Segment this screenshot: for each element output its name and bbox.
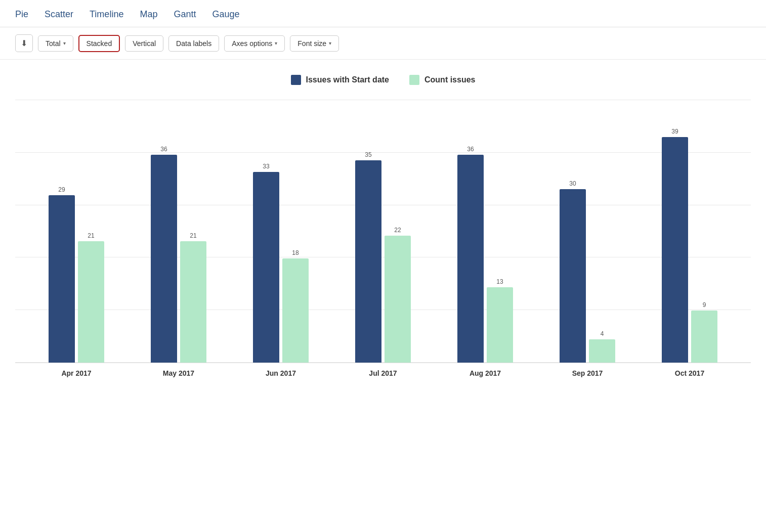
bar-value-green: 21 bbox=[88, 232, 94, 239]
legend-label-series1: Issues with Start date bbox=[306, 75, 390, 84]
legend-swatch-series2 bbox=[409, 75, 419, 85]
bar-value-green: 22 bbox=[394, 227, 401, 234]
bar-blue bbox=[355, 160, 381, 363]
bar-chart: 29213621331835223613304399 Apr 2017May 2… bbox=[15, 100, 751, 404]
bar-wrapper-blue: 33 bbox=[253, 163, 279, 363]
axes-options-arrow-icon: ▾ bbox=[275, 40, 277, 46]
total-arrow-icon: ▾ bbox=[63, 40, 66, 46]
x-axis-label: Jul 2017 bbox=[353, 369, 413, 377]
bar-green bbox=[78, 241, 104, 363]
bar-wrapper-green: 22 bbox=[385, 227, 411, 363]
x-axis-label: Jun 2017 bbox=[250, 369, 311, 377]
bar-green bbox=[282, 258, 309, 363]
stacked-button[interactable]: Stacked bbox=[78, 35, 120, 52]
chart-container: Issues with Start date Count issues 2921… bbox=[0, 60, 766, 414]
axes-options-button[interactable]: Axes options ▾ bbox=[224, 35, 285, 52]
bar-value-blue: 36 bbox=[160, 146, 167, 153]
tab-scatter[interactable]: Scatter bbox=[45, 9, 73, 27]
download-icon: ⬇ bbox=[21, 38, 27, 48]
bar-value-green: 13 bbox=[496, 278, 503, 285]
bar-group: 2921 bbox=[49, 186, 104, 363]
bar-group: 304 bbox=[560, 180, 615, 363]
bar-group: 3522 bbox=[355, 151, 411, 363]
x-axis-label: Oct 2017 bbox=[659, 369, 720, 377]
toolbar: ⬇ Total ▾ Stacked Vertical Data labels A… bbox=[0, 27, 766, 60]
vertical-label: Vertical bbox=[133, 39, 156, 48]
data-labels-label: Data labels bbox=[176, 39, 211, 48]
bar-wrapper-green: 21 bbox=[78, 232, 104, 363]
tab-timeline[interactable]: Timeline bbox=[90, 9, 123, 27]
bar-value-blue: 35 bbox=[365, 151, 371, 158]
bar-wrapper-blue: 35 bbox=[355, 151, 381, 363]
bar-wrapper-blue: 36 bbox=[151, 146, 177, 363]
bar-value-green: 18 bbox=[292, 249, 299, 256]
tab-map[interactable]: Map bbox=[140, 9, 157, 27]
tab-gantt[interactable]: Gantt bbox=[174, 9, 196, 27]
legend-item-series2: Count issues bbox=[409, 75, 475, 85]
bar-blue bbox=[151, 155, 177, 363]
total-button[interactable]: Total ▾ bbox=[38, 35, 73, 52]
bar-blue bbox=[560, 189, 586, 363]
bar-green bbox=[385, 236, 411, 363]
bar-wrapper-blue: 36 bbox=[457, 146, 484, 363]
x-axis-label: May 2017 bbox=[148, 369, 209, 377]
bar-wrapper-green: 9 bbox=[691, 301, 717, 363]
bar-group: 3318 bbox=[253, 163, 309, 363]
bar-group: 3621 bbox=[151, 146, 206, 363]
font-size-label: Font size bbox=[297, 39, 326, 48]
bar-group: 399 bbox=[662, 128, 717, 363]
bar-green bbox=[487, 287, 513, 363]
bar-value-blue: 36 bbox=[467, 146, 474, 153]
bar-value-blue: 29 bbox=[58, 186, 65, 193]
legend-label-series2: Count issues bbox=[424, 75, 475, 84]
bar-group: 3613 bbox=[457, 146, 513, 363]
bar-blue bbox=[49, 195, 75, 363]
bar-green bbox=[589, 339, 615, 363]
tab-gauge[interactable]: Gauge bbox=[212, 9, 239, 27]
bar-blue bbox=[457, 155, 484, 363]
nav-tabs: Pie Scatter Timeline Map Gantt Gauge bbox=[0, 0, 766, 27]
bar-wrapper-green: 21 bbox=[180, 232, 206, 363]
font-size-button[interactable]: Font size ▾ bbox=[290, 35, 339, 52]
bar-value-green: 4 bbox=[601, 330, 604, 337]
legend-item-series1: Issues with Start date bbox=[291, 75, 390, 85]
font-size-arrow-icon: ▾ bbox=[329, 40, 331, 46]
bar-wrapper-green: 13 bbox=[487, 278, 513, 363]
bar-blue bbox=[662, 137, 688, 363]
x-axis-label: Sep 2017 bbox=[557, 369, 618, 377]
bar-blue bbox=[253, 172, 279, 363]
x-axis-label: Aug 2017 bbox=[455, 369, 516, 377]
x-axis-label: Apr 2017 bbox=[46, 369, 107, 377]
chart-inner: 29213621331835223613304399 bbox=[15, 100, 751, 363]
bar-wrapper-blue: 29 bbox=[49, 186, 75, 363]
stacked-label: Stacked bbox=[87, 39, 112, 48]
x-axis: Apr 2017May 2017Jun 2017Jul 2017Aug 2017… bbox=[15, 363, 751, 377]
bar-value-blue: 33 bbox=[263, 163, 269, 170]
bar-value-green: 9 bbox=[703, 301, 706, 308]
tab-pie[interactable]: Pie bbox=[15, 9, 28, 27]
bar-wrapper-green: 18 bbox=[282, 249, 309, 363]
bar-value-blue: 30 bbox=[569, 180, 576, 187]
bar-wrapper-green: 4 bbox=[589, 330, 615, 363]
bar-wrapper-blue: 39 bbox=[662, 128, 688, 363]
bar-value-blue: 39 bbox=[671, 128, 678, 135]
download-button[interactable]: ⬇ bbox=[15, 34, 33, 52]
legend-swatch-series1 bbox=[291, 75, 301, 85]
bar-wrapper-blue: 30 bbox=[560, 180, 586, 363]
bar-value-green: 21 bbox=[190, 232, 196, 239]
total-label: Total bbox=[46, 39, 61, 48]
bar-green bbox=[691, 311, 717, 363]
chart-legend: Issues with Start date Count issues bbox=[15, 75, 751, 85]
vertical-button[interactable]: Vertical bbox=[125, 35, 163, 52]
grid-line bbox=[15, 100, 751, 100]
bar-green bbox=[180, 241, 206, 363]
data-labels-button[interactable]: Data labels bbox=[168, 35, 219, 52]
axes-options-label: Axes options bbox=[232, 39, 272, 48]
